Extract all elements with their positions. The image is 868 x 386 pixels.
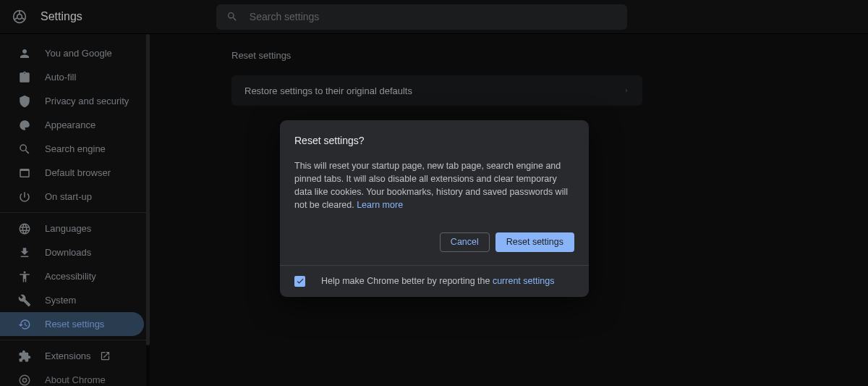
- sidebar-item-reset-settings[interactable]: Reset settings: [0, 312, 144, 336]
- sidebar-item-system[interactable]: System: [0, 288, 147, 312]
- sidebar-item-label: Default browser: [45, 167, 111, 178]
- sidebar-item-appearance[interactable]: Appearance: [0, 113, 147, 137]
- sidebar-item-about-chrome[interactable]: About Chrome: [0, 368, 147, 386]
- sidebar-item-downloads[interactable]: Downloads: [0, 240, 147, 264]
- search-bar[interactable]: [216, 4, 627, 30]
- svg-point-3: [22, 378, 26, 382]
- sidebar-item-on-start-up[interactable]: On start-up: [0, 185, 147, 209]
- learn-more-link[interactable]: Learn more: [357, 200, 403, 210]
- sidebar-item-label: On start-up: [45, 191, 92, 202]
- download-icon: [17, 246, 32, 260]
- puzzle-icon: [17, 349, 32, 364]
- report-checkbox[interactable]: [294, 276, 305, 287]
- sidebar-item-you-and-google[interactable]: You and Google: [0, 41, 147, 65]
- sidebar-item-label: Accessibility: [45, 271, 96, 282]
- sidebar-item-default-browser[interactable]: Default browser: [0, 161, 147, 185]
- chrome-icon: [17, 373, 32, 387]
- restore-defaults-row[interactable]: Restore settings to their original defau…: [231, 75, 642, 106]
- footer-pre: Help make Chrome better by reporting the: [321, 276, 493, 286]
- svg-point-1: [17, 14, 22, 20]
- sidebar-item-label: Privacy and security: [45, 96, 129, 106]
- row-label: Restore settings to their original defau…: [244, 85, 412, 96]
- dialog-footer: Help make Chrome better by reporting the…: [280, 265, 589, 297]
- sidebar-item-languages[interactable]: Languages: [0, 217, 147, 240]
- divider: [0, 340, 147, 340]
- section-title: Reset settings: [231, 50, 868, 61]
- globe-icon: [17, 222, 32, 236]
- sidebar-item-label: Appearance: [45, 119, 95, 130]
- sidebar-item-label: Auto-fill: [45, 72, 76, 83]
- clipboard-icon: [17, 70, 32, 85]
- open-in-new-icon: [100, 351, 111, 361]
- sidebar-item-label: About Chrome: [45, 374, 106, 385]
- sidebar-item-privacy-and-security[interactable]: Privacy and security: [0, 89, 147, 113]
- wrench-icon: [17, 293, 32, 308]
- dialog-body: This will reset your startup page, new t…: [294, 161, 568, 210]
- sidebar-item-label: Downloads: [45, 247, 91, 258]
- app-title: Settings: [41, 10, 82, 23]
- search-icon: [17, 142, 32, 156]
- window-icon: [17, 166, 32, 180]
- chevron-right-icon: [624, 86, 629, 95]
- cancel-button[interactable]: Cancel: [440, 232, 490, 252]
- power-icon: [17, 190, 32, 204]
- header: Settings: [0, 0, 868, 34]
- sidebar-item-label: System: [45, 295, 76, 306]
- chrome-logo-icon: [12, 9, 27, 25]
- sidebar-scrollbar-thumb[interactable]: [146, 34, 150, 345]
- sidebar-item-label: Reset settings: [45, 319, 104, 330]
- reset-settings-button[interactable]: Reset settings: [495, 232, 574, 252]
- search-input[interactable]: [248, 10, 617, 23]
- dialog-title: Reset settings?: [294, 135, 574, 146]
- sidebar-item-label: You and Google: [45, 48, 112, 59]
- current-settings-link[interactable]: current settings: [493, 276, 554, 286]
- person-icon: [17, 46, 32, 61]
- svg-point-2: [20, 375, 30, 385]
- accessibility-icon: [17, 269, 32, 284]
- shield-icon: [17, 94, 32, 109]
- divider: [0, 212, 147, 213]
- sidebar-item-auto-fill[interactable]: Auto-fill: [0, 65, 147, 89]
- sidebar: You and Google Auto-fill Privacy and sec…: [0, 34, 150, 386]
- dialog-footer-text: Help make Chrome better by reporting the…: [321, 276, 554, 286]
- sidebar-item-extensions[interactable]: Extensions: [0, 344, 147, 368]
- palette-icon: [17, 118, 32, 133]
- sidebar-item-label: Search engine: [45, 143, 106, 154]
- sidebar-item-label: Extensions: [45, 351, 91, 361]
- restore-icon: [17, 317, 32, 332]
- sidebar-item-search-engine[interactable]: Search engine: [0, 137, 147, 161]
- sidebar-item-label: Languages: [45, 223, 91, 234]
- dialog-body-text: This will reset your startup page, new t…: [294, 159, 574, 212]
- reset-settings-dialog: Reset settings? This will reset your sta…: [280, 120, 589, 297]
- sidebar-item-accessibility[interactable]: Accessibility: [0, 264, 147, 288]
- search-icon: [226, 11, 248, 22]
